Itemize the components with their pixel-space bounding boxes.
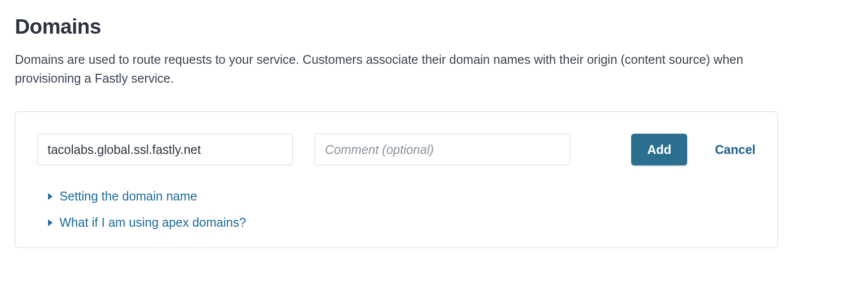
comment-input[interactable] <box>315 134 570 165</box>
page-description: Domains are used to route requests to yo… <box>15 50 778 88</box>
form-row: Add Cancel <box>37 134 756 165</box>
cancel-button[interactable]: Cancel <box>715 143 756 157</box>
domain-form-panel: Add Cancel Setting the domain name What … <box>15 111 778 248</box>
help-links: Setting the domain name What if I am usi… <box>37 189 756 230</box>
page-title: Domains <box>15 15 853 39</box>
help-link-label: What if I am using apex domains? <box>59 215 246 230</box>
help-link-setting-domain[interactable]: Setting the domain name <box>48 189 756 203</box>
form-actions: Add Cancel <box>631 134 756 165</box>
help-link-label: Setting the domain name <box>59 189 197 203</box>
caret-right-icon <box>48 193 53 200</box>
add-button[interactable]: Add <box>631 134 687 165</box>
caret-right-icon <box>48 219 53 226</box>
help-link-apex-domains[interactable]: What if I am using apex domains? <box>48 215 756 230</box>
domain-name-input[interactable] <box>37 134 293 165</box>
